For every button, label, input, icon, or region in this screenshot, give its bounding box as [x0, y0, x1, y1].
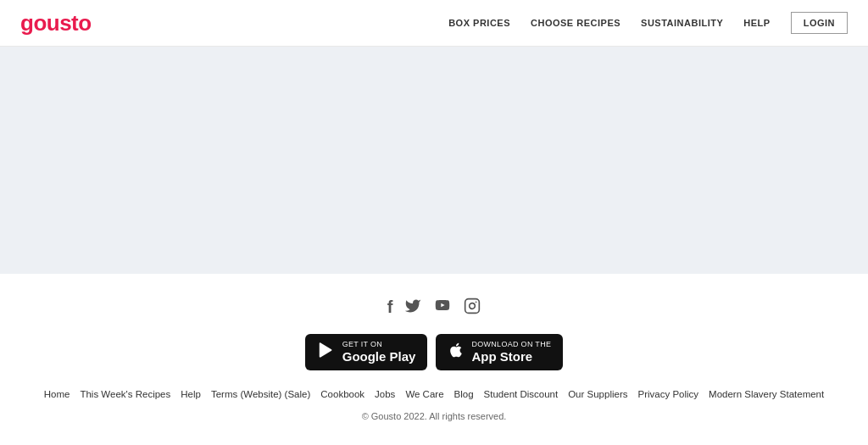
app-store-button[interactable]: Download on the App Store — [436, 334, 563, 370]
instagram-icon[interactable] — [464, 298, 481, 319]
login-button[interactable]: LOGIN — [791, 12, 848, 34]
footer-link-privacy-policy[interactable]: Privacy Policy — [637, 389, 698, 399]
footer-link-jobs[interactable]: Jobs — [375, 389, 395, 399]
copyright-text: © Gousto 2022. All rights reserved. — [362, 411, 507, 421]
footer-link-this-weeks-recipes[interactable]: This Week's Recipes — [80, 389, 170, 399]
app-buttons-row: GET IT ON Google Play Download on the Ap… — [305, 334, 564, 370]
social-icons-row: f — [387, 298, 481, 319]
footer-link-student-discount[interactable]: Student Discount — [484, 389, 559, 399]
footer-link-cookbook[interactable]: Cookbook — [320, 389, 364, 399]
app-store-text: Download on the App Store — [471, 340, 551, 364]
google-play-button[interactable]: GET IT ON Google Play — [305, 334, 428, 370]
apple-icon — [448, 340, 465, 364]
footer-link-we-care[interactable]: We Care — [405, 389, 443, 399]
nav-item-sustainability[interactable]: SUSTAINABILITY — [641, 18, 723, 28]
footer-links-row: Home This Week's Recipes Help Terms (Web… — [27, 389, 841, 399]
nav-item-box-prices[interactable]: BOX PRICES — [448, 18, 510, 28]
nav-item-choose-recipes[interactable]: CHOOSE RECIPES — [531, 18, 620, 28]
google-play-text: GET IT ON Google Play — [342, 340, 416, 364]
google-play-icon — [317, 340, 336, 364]
footer-link-help[interactable]: Help — [181, 389, 201, 399]
footer-link-our-suppliers[interactable]: Our Suppliers — [568, 389, 627, 399]
footer-link-blog[interactable]: Blog — [454, 389, 474, 399]
main-nav: BOX PRICES CHOOSE RECIPES SUSTAINABILITY… — [448, 12, 848, 34]
header: gousto BOX PRICES CHOOSE RECIPES SUSTAIN… — [0, 0, 868, 47]
youtube-icon[interactable] — [433, 298, 452, 319]
twitter-icon[interactable] — [404, 298, 421, 319]
footer-link-terms[interactable]: Terms (Website) (Sale) — [211, 389, 310, 399]
footer: f GET IT ON Google Play Do — [0, 274, 868, 433]
logo[interactable]: gousto — [20, 10, 92, 36]
footer-link-home[interactable]: Home — [44, 389, 70, 399]
footer-link-modern-slavery[interactable]: Modern Slavery Statement — [709, 389, 824, 399]
svg-rect-1 — [465, 299, 480, 314]
hero-section — [0, 47, 868, 274]
nav-item-help[interactable]: HELP — [743, 18, 770, 28]
facebook-icon[interactable]: f — [387, 298, 393, 319]
